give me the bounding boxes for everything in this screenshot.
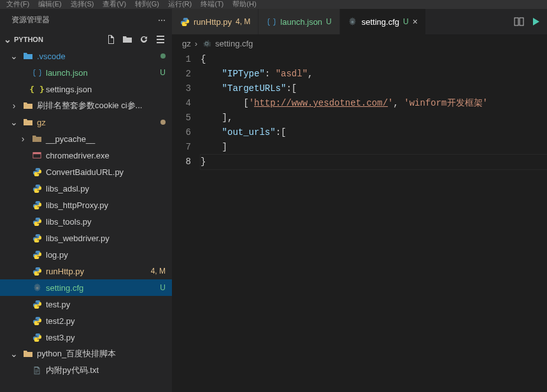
tab-status: U [403,17,409,26]
tree-file[interactable]: 内附py代码.txt [0,362,172,379]
tree-item-label: __pycache__ [46,134,95,144]
tree-file[interactable]: libs_adsl.py [0,180,172,197]
tab[interactable]: runHttp.py4, M [172,9,259,34]
json-icon: { } [32,84,42,94]
code-line[interactable]: ['http://www.yesdotnet.com/', 'winform开发… [201,96,547,111]
refresh-icon[interactable] [139,34,149,45]
folder-icon [23,117,33,127]
tree-item-label: log.py [46,250,68,260]
tree-folder[interactable]: ⌄python_百度快排脚本 [0,346,172,362]
tree-item-label: setting.cfg [46,283,83,293]
json-icon [32,67,42,78]
python-icon [32,167,42,177]
code-editor[interactable]: 12345678 { "IPType": "asdl", "TargetURLs… [172,52,547,392]
code-line[interactable]: ] [201,140,547,155]
code-line[interactable]: } [201,155,547,169]
line-number: 6 [172,125,191,140]
tree-folder[interactable]: ⌄.vscode [0,48,172,64]
menubar[interactable]: 文件(F)编辑(E)选择(S)查看(V)转到(G)运行(R)终端(T)帮助(H) [0,0,547,9]
tree-file[interactable]: log.py [0,246,172,263]
menu-item[interactable]: 转到(G) [135,0,159,9]
section-title: PYTHON [14,36,43,43]
python-icon [32,200,42,210]
tree-item-label: python_百度快排脚本 [37,348,116,360]
editor-area: runHttp.py4, Mlaunch.jsonUsetting.cfgU× … [172,9,547,392]
code-line[interactable]: "out_urls":[ [201,125,547,140]
svg-rect-1 [33,153,41,155]
breadcrumb-file[interactable]: setting.cfg [215,39,253,48]
tree-file[interactable]: launch.jsonU [0,64,172,81]
tab[interactable]: launch.jsonU [259,9,339,34]
line-number: 5 [172,111,191,125]
sidebar-section[interactable]: ⌄ PYTHON [0,31,172,48]
menu-item[interactable]: 文件(F) [6,0,29,9]
breadcrumb-folder[interactable]: gz [182,39,191,48]
editor-toolbar [508,9,547,34]
gear-icon [32,283,42,293]
menu-item[interactable]: 运行(R) [168,0,192,9]
main: 资源管理器 ⋯ ⌄ PYTHON ⌄.vscodelaunch.jsonU{ }… [0,9,547,392]
split-icon[interactable] [514,17,524,27]
tree-file[interactable]: libs_tools.py [0,213,172,230]
tree-file[interactable]: ConvertBaiduURL.py [0,164,172,180]
line-number: 2 [172,67,191,81]
tree-item-label: chromedriver.exe [46,151,110,160]
code-line[interactable]: "IPType": "asdl", [201,67,547,81]
code-line[interactable]: "TargetURLs":[ [201,81,547,96]
svg-rect-5 [520,18,523,25]
exe-icon [32,150,42,160]
tree-file[interactable]: test2.py [0,312,172,329]
tree-item-label: libs_webdriver.py [46,234,110,243]
tree-file[interactable]: test.py [0,296,172,312]
git-status-badge: 4, M [151,267,166,276]
tree-folder[interactable]: ›__pycache__ [0,130,172,147]
menu-item[interactable]: 编辑(E) [38,0,62,9]
line-number: 1 [172,52,191,67]
menu-item[interactable]: 帮助(H) [232,0,256,9]
code-content[interactable]: { "IPType": "asdl", "TargetURLs":[ ['htt… [201,52,547,392]
gutter: 12345678 [172,52,201,392]
tabs: runHttp.py4, Mlaunch.jsonUsetting.cfgU× [172,9,547,34]
tree-item-label: test.py [46,300,70,309]
python-icon [32,316,42,326]
menu-item[interactable]: 终端(T) [201,0,224,9]
tree-folder[interactable]: ›刷排名整套参数cookie ci参... [0,97,172,114]
tree-folder[interactable]: ⌄gz [0,114,172,130]
sidebar-header: 资源管理器 ⋯ [0,9,172,31]
tree-file[interactable]: setting.cfgU [0,279,172,296]
tree-item-label: 刷排名整套参数cookie ci参... [37,100,142,111]
tree-item-label: test2.py [46,316,75,326]
line-number: 3 [172,81,191,96]
sidebar-more-icon[interactable]: ⋯ [158,16,166,25]
new-file-icon[interactable] [106,34,116,45]
tree-item-label: 内附py代码.txt [46,365,99,376]
collapse-icon[interactable] [155,34,166,45]
modified-dot [160,120,166,125]
chevron-down-icon: ⌄ [9,117,19,127]
menu-item[interactable]: 选择(S) [71,0,94,9]
tree-item-label: libs_httpProxy.py [46,200,108,210]
modified-dot [160,53,166,59]
line-number: 4 [172,96,191,111]
code-line[interactable]: ], [201,111,547,125]
chevron-down-icon: ⌄ [9,51,19,61]
tree-file[interactable]: libs_webdriver.py [0,230,172,246]
tab[interactable]: setting.cfgU× [340,9,426,34]
folder-icon [23,349,33,359]
tree-file[interactable]: test3.py [0,329,172,346]
close-icon[interactable]: × [413,17,418,27]
breadcrumbs[interactable]: gz › setting.cfg [172,34,547,52]
menu-item[interactable]: 查看(V) [103,0,126,9]
python-icon [32,332,42,342]
tree-item-label: settings.json [46,85,92,94]
line-number: 7 [172,140,191,155]
tree-file[interactable]: chromedriver.exe [0,147,172,164]
tree-file[interactable]: { }settings.json [0,81,172,97]
tree-file[interactable]: libs_httpProxy.py [0,197,172,213]
run-icon[interactable] [530,17,541,27]
tree-file[interactable]: runHttp.py4, M [0,263,172,279]
gear-icon [201,38,211,48]
new-folder-icon[interactable] [122,34,132,45]
gear-icon [348,17,358,27]
code-line[interactable]: { [201,52,547,67]
